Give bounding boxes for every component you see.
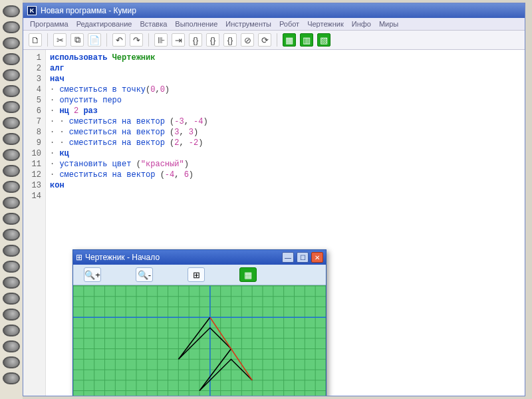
titlebar[interactable]: K Новая программа - Кумир — [23, 3, 525, 18]
step-out-button[interactable]: {} — [223, 33, 237, 47]
menu-чертежник[interactable]: Чертежник — [307, 20, 344, 28]
undo-button[interactable]: ↶ — [112, 33, 126, 47]
step-button[interactable]: {} — [206, 33, 219, 47]
grid2-button[interactable]: ▥ — [300, 33, 313, 47]
drawer-icon: ⊞ — [76, 253, 82, 262]
menu-робот[interactable]: Робот — [279, 20, 299, 28]
menu-инфо[interactable]: Инфо — [352, 20, 371, 28]
stop-button[interactable]: ⊘ — [241, 33, 254, 47]
compile-button[interactable]: ⊪ — [154, 33, 168, 47]
grid1-button[interactable]: ▦ — [283, 33, 296, 47]
drawer-canvas[interactable] — [73, 285, 326, 396]
menu-редактирование[interactable]: Редактирование — [76, 20, 132, 28]
separator — [148, 33, 149, 47]
copy-button[interactable]: ⧉ — [70, 33, 84, 47]
app-window: K Новая программа - Кумир ПрограммаРедак… — [23, 3, 525, 396]
drawer-window[interactable]: ⊞ Чертежник - Начало — ☐ ✕ 🔍+🔍-⊞▦ — [72, 249, 327, 396]
reload-button[interactable]: ⟳ — [258, 33, 271, 47]
drawer-titlebar[interactable]: ⊞ Чертежник - Начало — ☐ ✕ — [73, 250, 326, 265]
line-gutter: 1234567891011121314 — [23, 50, 46, 396]
separator — [106, 33, 107, 47]
menu-вставка[interactable]: Вставка — [140, 20, 167, 28]
notebook-spiral — [0, 0, 23, 399]
zoom-out-button[interactable]: 🔍- — [136, 267, 153, 282]
grid3-button[interactable]: ▧ — [317, 33, 331, 47]
fit-button[interactable]: ▦ — [239, 267, 257, 282]
redo-button[interactable]: ↷ — [130, 33, 143, 47]
code-editor[interactable]: 1234567891011121314 использовать Чертежн… — [23, 50, 525, 396]
app-icon: K — [27, 6, 37, 15]
toolbar: 🗋✂⧉📄↶↷⊪⇥{}{}{}⊘⟳▦▥▧ — [23, 31, 525, 50]
close-button[interactable]: ✕ — [311, 252, 323, 263]
menubar: ПрограммаРедактированиеВставкаВыполнение… — [23, 18, 525, 31]
maximize-button[interactable]: ☐ — [297, 252, 309, 263]
menu-программа[interactable]: Программа — [30, 20, 68, 28]
new-button[interactable]: 🗋 — [29, 33, 42, 47]
app-title: Новая программа - Кумир — [41, 6, 136, 15]
paste-button[interactable]: 📄 — [88, 33, 101, 47]
drawer-title: Чертежник - Начало — [85, 253, 160, 262]
menu-выполнение[interactable]: Выполнение — [175, 20, 217, 28]
menu-инструменты[interactable]: Инструменты — [225, 20, 271, 28]
separator — [277, 33, 277, 47]
cut-button[interactable]: ✂ — [53, 33, 66, 47]
drawing-svg — [73, 286, 326, 396]
zoom-in-button[interactable]: 🔍+ — [84, 267, 101, 282]
grid-button[interactable]: ⊞ — [188, 267, 205, 282]
run-step-button[interactable]: ⇥ — [172, 33, 185, 47]
separator — [47, 33, 48, 47]
minimize-button[interactable]: — — [282, 252, 294, 263]
drawer-toolbar: 🔍+🔍-⊞▦ — [73, 265, 326, 285]
step-into-button[interactable]: {} — [189, 33, 202, 47]
menu-миры[interactable]: Миры — [379, 20, 398, 28]
